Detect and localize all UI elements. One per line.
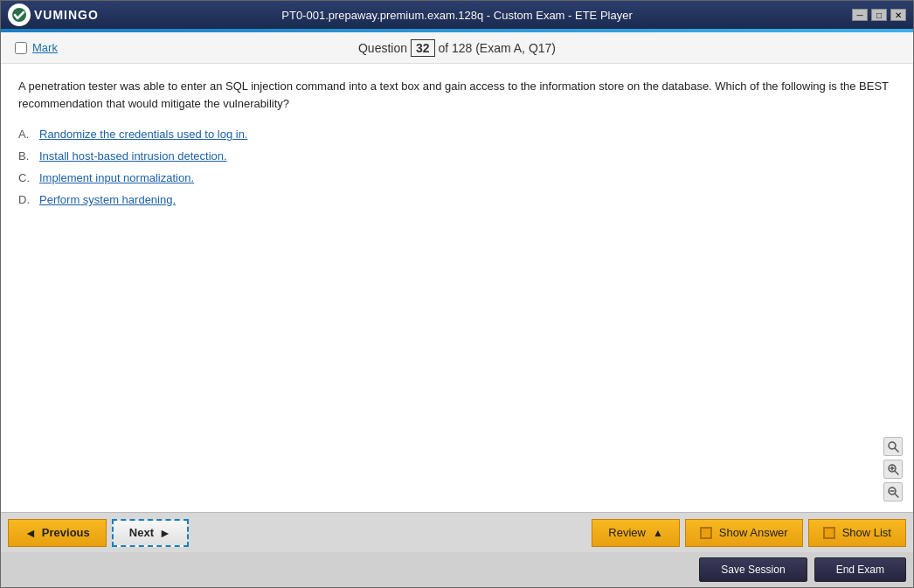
show-answer-button[interactable]: Show Answer	[685, 519, 803, 547]
mark-label[interactable]: Mark	[32, 41, 58, 54]
mark-container[interactable]: Mark	[15, 41, 58, 54]
review-label: Review	[608, 526, 646, 539]
previous-button[interactable]: ◄ Previous	[8, 519, 107, 547]
zoom-controls	[883, 437, 903, 502]
title-bar-left: VUMINGO	[8, 3, 99, 26]
second-toolbar: Save Session End Exam	[1, 552, 913, 587]
question-number-box: 32	[411, 39, 435, 57]
logo: VUMINGO	[8, 3, 99, 26]
search-button[interactable]	[883, 437, 903, 456]
review-button[interactable]: Review ▲	[592, 519, 680, 547]
previous-label: Previous	[42, 526, 90, 539]
maximize-button[interactable]: □	[871, 9, 887, 21]
option-c-text[interactable]: Implement input normalization.	[39, 171, 194, 184]
option-d[interactable]: D. Perform system hardening.	[18, 193, 896, 206]
zoom-in-button[interactable]	[883, 460, 903, 479]
minimize-button[interactable]: ─	[852, 9, 868, 21]
review-dropdown-icon: ▲	[653, 527, 663, 539]
close-button[interactable]: ✕	[890, 9, 906, 21]
next-label: Next	[129, 526, 154, 539]
question-label: Question	[358, 41, 407, 55]
mark-checkbox[interactable]	[15, 42, 27, 54]
save-session-button[interactable]: Save Session	[699, 557, 807, 582]
show-list-icon	[823, 527, 835, 539]
option-b[interactable]: B. Install host-based intrusion detectio…	[18, 149, 896, 163]
option-b-text[interactable]: Install host-based intrusion detection.	[39, 149, 227, 163]
options-list: A. Randomize the credentials used to log…	[18, 128, 896, 206]
logo-icon	[8, 3, 31, 26]
previous-arrow-icon: ◄	[24, 526, 37, 540]
question-of-total: of 128 (Exam A, Q17)	[438, 41, 556, 55]
title-controls: ─ □ ✕	[852, 9, 906, 21]
next-arrow-icon: ►	[159, 526, 171, 540]
next-button[interactable]: Next ►	[112, 519, 189, 547]
show-answer-icon	[700, 527, 712, 539]
logo-text: VUMINGO	[34, 8, 99, 22]
zoom-out-button[interactable]	[883, 482, 903, 502]
option-a[interactable]: A. Randomize the credentials used to log…	[18, 128, 896, 141]
title-bar: VUMINGO PT0-001.prepaway.premium.exam.12…	[1, 1, 913, 29]
show-answer-label: Show Answer	[719, 526, 788, 539]
content-area: A penetration tester was able to enter a…	[1, 64, 913, 512]
question-header: Mark Question 32 of 128 (Exam A, Q17)	[1, 32, 913, 64]
option-c[interactable]: C. Implement input normalization.	[18, 171, 896, 184]
bottom-toolbar: ◄ Previous Next ► Review ▲ Show Answer S…	[1, 512, 913, 552]
option-a-text[interactable]: Randomize the credentials used to log in…	[39, 128, 247, 141]
svg-line-2	[895, 448, 898, 452]
end-exam-button[interactable]: End Exam	[814, 557, 906, 582]
window-title: PT0-001.prepaway.premium.exam.128q - Cus…	[281, 9, 632, 22]
option-d-letter: D.	[18, 193, 39, 206]
option-d-text[interactable]: Perform system hardening.	[39, 193, 176, 206]
show-list-button[interactable]: Show List	[808, 519, 906, 547]
option-b-letter: B.	[18, 149, 39, 163]
show-list-label: Show List	[842, 526, 891, 539]
svg-line-8	[895, 494, 898, 497]
question-text: A penetration tester was able to enter a…	[18, 78, 896, 112]
option-c-letter: C.	[18, 171, 39, 184]
svg-line-4	[895, 471, 898, 474]
question-number-display: Question 32 of 128 (Exam A, Q17)	[358, 41, 556, 55]
option-a-letter: A.	[18, 128, 39, 141]
